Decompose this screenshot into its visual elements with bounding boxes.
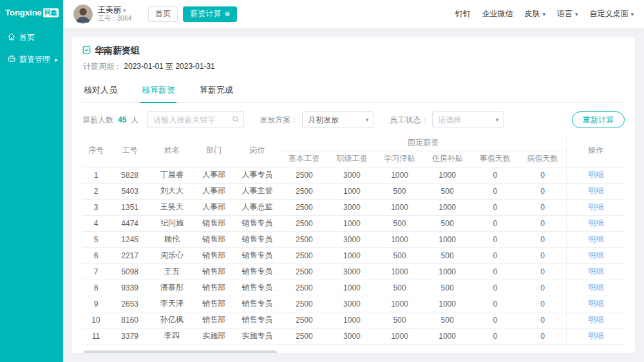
detail-link[interactable]: 明细 [588, 283, 603, 292]
table-cell: 2500 [280, 247, 328, 263]
search-box [147, 111, 244, 128]
table-cell: 2500 [280, 328, 328, 344]
search-input[interactable] [147, 111, 244, 128]
brand-logo: Tongxine 同鑫 [0, 0, 63, 26]
detail-link[interactable]: 明细 [588, 202, 603, 211]
user-menu[interactable]: 王美丽 ▾ [98, 6, 131, 15]
table-cell: 3 [82, 199, 109, 215]
column-header: 岗位 [234, 135, 281, 167]
recalculate-button[interactable]: 重新计算 [572, 111, 625, 128]
table-cell: 潘慕彤 [150, 280, 193, 296]
table-cell: 1000 [375, 296, 423, 312]
table-cell: 2500 [280, 183, 328, 199]
column-header: 职级工资 [328, 151, 375, 167]
table-cell: 1000 [424, 231, 471, 247]
sidebar-nav: 首页 薪资管理 ▸ [0, 26, 63, 70]
column-header: 基本工资 [280, 151, 328, 167]
workflow-tabs: 核对人员 核算薪资 算薪完成 [82, 79, 625, 103]
table-cell: 0 [519, 328, 567, 344]
column-group-header: 固定薪资 [280, 135, 567, 151]
table-cell: 0 [519, 231, 567, 247]
status-select[interactable]: 请选择 ▾ [432, 111, 504, 128]
plan-select[interactable]: 月初发放 ▾ [302, 111, 374, 128]
table-cell: 人事主管 [234, 183, 281, 199]
column-header: 操作 [567, 135, 625, 167]
tab-verify-personnel[interactable]: 核对人员 [82, 79, 118, 103]
table-cell: 500 [424, 280, 471, 296]
table-row: 15828丁晨睿人事部人事专员250030001000100000明细 [82, 167, 625, 183]
table-cell: 3000 [328, 167, 375, 183]
table-cell: 500 [375, 247, 423, 263]
table-cell: 1000 [424, 199, 471, 215]
topbar-menu-item[interactable]: 语言▾ [557, 8, 578, 19]
detail-link[interactable]: 明细 [588, 267, 603, 276]
sidebar-item-salary-management[interactable]: 薪资管理 ▸ [0, 48, 63, 70]
nav-tab-label: 薪资计算 [190, 8, 221, 19]
topbar-menu: 钉钉企业微信皮肤▾语言▾自定义桌面▾ [455, 8, 634, 19]
column-header: 部门 [194, 135, 234, 167]
table-cell: 3000 [328, 199, 375, 215]
tab-calculate-salary[interactable]: 核算薪资 [140, 79, 176, 103]
column-header: 序号 [82, 135, 109, 167]
table-cell: 销售专员 [234, 312, 281, 328]
chevron-down-icon: ▾ [123, 7, 126, 14]
topbar-menu-item[interactable]: 钉钉 [455, 8, 470, 19]
detail-link[interactable]: 明细 [588, 251, 603, 260]
detail-link[interactable]: 明细 [588, 218, 603, 227]
column-header: 工号 [109, 135, 150, 167]
table-cell: 500 [375, 183, 423, 199]
topbar: 王美丽 ▾ 工号：3064 首页 薪资计算 ⊗ 钉钉企业微信皮肤▾语言▾自定义桌… [63, 0, 644, 28]
sidebar-item-home[interactable]: 首页 [0, 26, 63, 48]
table-cell: 1000 [375, 199, 423, 215]
table-cell: 人事总监 [234, 199, 281, 215]
nav-tab-salary-calculation[interactable]: 薪资计算 ⊗ [183, 6, 237, 22]
chevron-down-icon: ▾ [542, 11, 545, 17]
user-id: 工号：3064 [98, 15, 131, 23]
table-cell: 纪问施 [150, 215, 193, 231]
detail-link[interactable]: 明细 [588, 315, 603, 324]
tab-salary-complete[interactable]: 算薪完成 [198, 79, 234, 103]
detail-link[interactable]: 明细 [588, 170, 603, 179]
table-cell-actions: 明细 [567, 247, 625, 263]
headcount-unit: 人 [131, 115, 138, 126]
topbar-menu-item[interactable]: 皮肤▾ [524, 8, 545, 19]
table-cell-actions: 明细 [567, 183, 625, 199]
topbar-menu-item[interactable]: 自定义桌面▾ [589, 8, 634, 19]
table-cell: 王笑天 [150, 199, 193, 215]
nav-tab-home[interactable]: 首页 [148, 6, 178, 22]
table-cell: 1000 [328, 247, 375, 263]
table-body: 15828丁晨睿人事部人事专员250030001000100000明细25403… [82, 167, 625, 344]
detail-link[interactable]: 明细 [588, 331, 603, 340]
headcount-label: 算薪人数 [82, 115, 113, 126]
table-cell: 3000 [328, 328, 375, 344]
table-cell: 2653 [109, 296, 150, 312]
table-cell: 顾伦 [150, 231, 193, 247]
table-cell: 人事部 [194, 199, 234, 215]
detail-link[interactable]: 明细 [588, 186, 603, 195]
detail-link[interactable]: 明细 [588, 234, 603, 243]
avatar[interactable] [73, 5, 93, 24]
horizontal-scrollbar-thumb[interactable] [84, 350, 277, 354]
table-cell-actions: 明细 [567, 215, 625, 231]
table-cell: 500 [424, 215, 471, 231]
detail-link[interactable]: 明细 [588, 299, 603, 308]
table-cell-actions: 明细 [567, 231, 625, 247]
table-cell-actions: 明细 [567, 296, 625, 312]
table-cell: 1000 [328, 183, 375, 199]
table-cell: 9339 [109, 280, 150, 296]
table-cell: 0 [471, 215, 519, 231]
table-cell: 实施专员 [234, 328, 281, 344]
table-cell: 人事部 [194, 183, 234, 199]
table-cell: 1000 [375, 263, 423, 280]
table-cell: 500 [375, 280, 423, 296]
topbar-menu-label: 自定义桌面 [589, 8, 628, 19]
table-cell: 1000 [424, 167, 471, 183]
close-icon[interactable]: ⊗ [224, 10, 230, 17]
card-title-row: 华南薪资组 [82, 45, 625, 57]
topbar-menu-item[interactable]: 企业微信 [482, 8, 513, 19]
table-cell-actions: 明细 [567, 167, 625, 183]
table-cell: 销售专员 [234, 296, 281, 312]
table-cell: 0 [519, 199, 567, 215]
table-cell: 3000 [328, 263, 375, 280]
table-cell: 销售部 [194, 263, 234, 280]
